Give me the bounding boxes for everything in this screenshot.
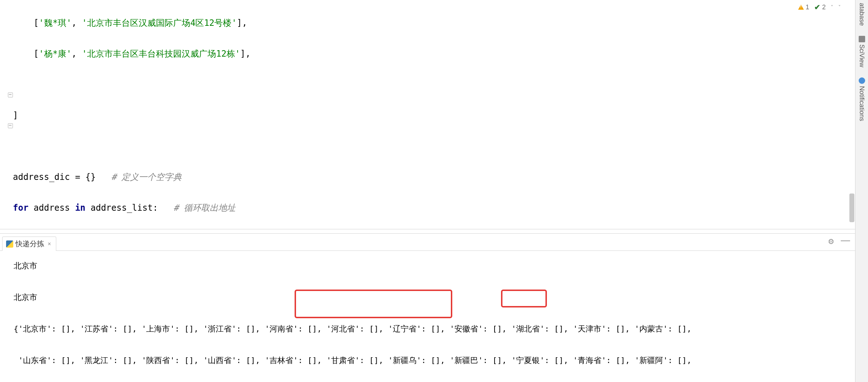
run-tab-label: 快递分拣 (15, 239, 44, 249)
code-text: ] (13, 110, 18, 120)
scrollbar-thumb[interactable] (849, 194, 854, 222)
code-text: '北京市丰台区汉威国际广场4区12号楼' (82, 18, 237, 28)
code-text: ], (237, 18, 247, 28)
code-area[interactable]: ['魏*琪', '北京市丰台区汉威国际广场4区12号楼'], ['杨*康', '… (13, 0, 844, 229)
console-line: '山东省': [], '黑龙江': [], '陕西省': [], '山西省': … (14, 353, 852, 368)
sciview-label: SciView (858, 44, 865, 67)
editor-gutter[interactable] (0, 0, 13, 229)
code-text (13, 139, 844, 154)
code-text: , (72, 18, 82, 28)
run-tool-window: 快递分拣 × ⚙ — 北京市 北京市 {'北京市': [], '江苏省': []… (0, 234, 855, 382)
notifications-tool-button[interactable]: Notifications (858, 77, 865, 121)
console-text: [], '新疆乌': [], '新疆巴': [], '宁夏银': [], (364, 356, 568, 365)
editor-pane[interactable]: 1 ✔ 2 ˄ ˅ ['魏*琪', '北京市丰台区汉威国际广场4区12号楼'],… (0, 0, 855, 229)
database-tool-button[interactable]: atabase (858, 3, 865, 26)
code-text: '杨*康' (39, 49, 71, 59)
code-text: address (28, 203, 75, 213)
code-text: [ (13, 18, 39, 28)
code-text: , (72, 49, 82, 59)
sciview-tool-button[interactable]: SciView (858, 36, 865, 67)
database-label: atabase (858, 3, 865, 26)
code-text: address_dic = {} (13, 172, 111, 182)
minimize-icon[interactable]: — (841, 237, 850, 246)
console-text: '青海省': [], (568, 356, 630, 365)
editor-scrollbar[interactable] (848, 0, 855, 229)
run-gutter[interactable] (0, 251, 12, 382)
console-text: '新疆阿': [], (630, 356, 692, 365)
code-text: '北京市丰台区丰台科技园汉威广场12栋' (82, 49, 240, 59)
console-output[interactable]: 北京市 北京市 {'北京市': [], '江苏省': [], '上海市': []… (12, 251, 855, 382)
console-line: 北京市 (14, 258, 852, 274)
fold-mark[interactable] (8, 123, 13, 128)
code-text: in (75, 203, 85, 213)
code-text: # 定义一个空字典 (111, 172, 182, 182)
close-icon[interactable]: × (48, 241, 51, 247)
code-text: '魏*琪' (39, 18, 71, 28)
gear-icon[interactable]: ⚙ (828, 237, 834, 246)
fold-mark[interactable] (8, 92, 13, 97)
code-text: ], (240, 49, 251, 59)
run-tab-active[interactable]: 快递分拣 × (2, 237, 56, 251)
code-text: address_list: (85, 203, 173, 213)
console-text: '山东省': [], '黑龙江': [], '陕西省': [], '山西省': … (14, 356, 364, 365)
code-text: # 循环取出地址 (173, 203, 235, 213)
sciview-icon (859, 36, 865, 42)
python-icon (6, 240, 13, 248)
console-line: {'北京市': [], '江苏省': [], '上海市': [], '浙江省':… (14, 321, 852, 337)
console-line: 北京市 (14, 290, 852, 305)
notifications-icon (859, 77, 865, 84)
run-tabs: 快递分拣 × ⚙ — (0, 234, 855, 251)
code-text: for (13, 203, 28, 213)
code-text (13, 77, 844, 92)
right-tool-stripe: atabase SciView Notifications (855, 0, 868, 382)
code-text: [ (13, 49, 39, 59)
notifications-label: Notifications (858, 86, 865, 121)
